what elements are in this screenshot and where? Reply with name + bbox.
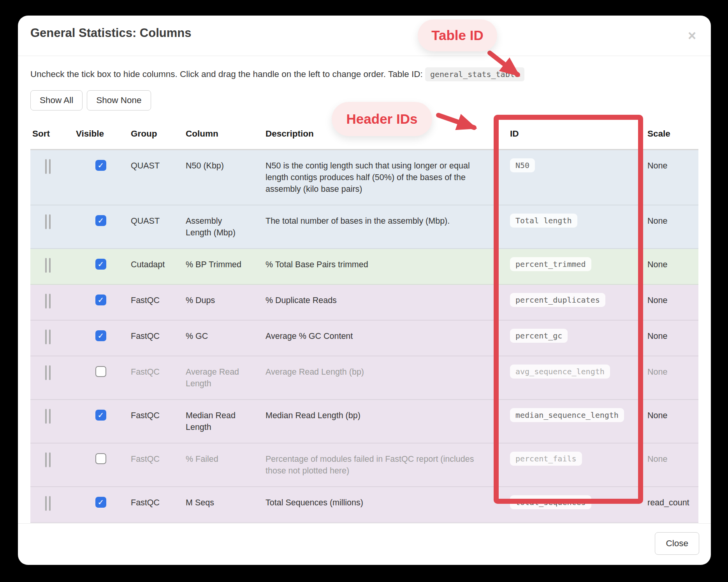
- drag-handle-icon[interactable]: [45, 258, 51, 273]
- description-cell: Median Read Length (bp): [266, 410, 510, 421]
- modal-header: General Statistics: Columns ×: [18, 16, 711, 56]
- drag-handle-icon[interactable]: [45, 496, 51, 511]
- drag-handle-icon[interactable]: [45, 409, 51, 424]
- column-cell: Average Read Length: [186, 366, 266, 389]
- visible-checkbox[interactable]: [95, 366, 106, 377]
- column-cell: Assembly Length (Mbp): [186, 215, 266, 238]
- column-cell: N50 (Kbp): [186, 160, 266, 172]
- column-cell: % Failed: [186, 453, 266, 465]
- drag-handle-icon[interactable]: [45, 452, 51, 467]
- visible-checkbox[interactable]: ✓: [95, 215, 106, 226]
- show-none-button[interactable]: Show None: [87, 90, 151, 110]
- group-cell: QUAST: [131, 215, 186, 227]
- close-button[interactable]: Close: [655, 532, 699, 555]
- description-cell: % Total Base Pairs trimmed: [266, 259, 510, 270]
- id-column-highlight-box: [494, 115, 643, 504]
- group-cell: FastQC: [131, 330, 186, 342]
- group-cell: FastQC: [131, 497, 186, 508]
- scale-cell: None: [647, 160, 698, 172]
- group-cell: FastQC: [131, 453, 186, 465]
- group-cell: QUAST: [131, 160, 186, 172]
- column-header-visible: Visible: [76, 129, 131, 139]
- description-cell: Percentage of modules failed in FastQC r…: [266, 453, 510, 477]
- drag-handle-icon[interactable]: [45, 365, 51, 380]
- visible-checkbox[interactable]: ✓: [95, 497, 106, 508]
- column-header-group: Group: [131, 129, 186, 139]
- header-ids-annotation-pill: Header IDs: [332, 102, 432, 136]
- instructions-label: Uncheck the tick box to hide columns. Cl…: [30, 69, 423, 79]
- drag-handle-icon[interactable]: [45, 330, 51, 344]
- scale-cell: None: [647, 295, 698, 306]
- show-all-button[interactable]: Show All: [30, 90, 83, 110]
- modal-title: General Statistics: Columns: [30, 26, 697, 40]
- modal-footer: Close: [18, 523, 711, 565]
- group-cell: Cutadapt: [131, 259, 186, 270]
- description-cell: Average Read Length (bp): [266, 366, 510, 378]
- column-header-sort: Sort: [30, 129, 76, 139]
- column-cell: M Seqs: [186, 497, 266, 508]
- description-cell: The total number of bases in the assembl…: [266, 215, 510, 227]
- close-icon[interactable]: ×: [688, 29, 696, 43]
- scale-cell: None: [647, 330, 698, 342]
- visible-checkbox[interactable]: ✓: [95, 160, 106, 171]
- scale-cell: read_count: [647, 497, 698, 508]
- column-header-scale: Scale: [647, 129, 698, 139]
- group-cell: FastQC: [131, 295, 186, 306]
- scale-cell: None: [647, 366, 698, 378]
- scale-cell: None: [647, 215, 698, 227]
- drag-handle-icon[interactable]: [45, 294, 51, 309]
- scale-cell: None: [647, 259, 698, 270]
- instructions-text: Uncheck the tick box to hide columns. Cl…: [30, 68, 698, 81]
- description-cell: % Duplicate Reads: [266, 295, 510, 306]
- visible-checkbox[interactable]: [95, 453, 106, 464]
- drag-handle-icon[interactable]: [45, 159, 51, 174]
- table-id-code: general_stats_table: [425, 67, 524, 81]
- visible-checkbox[interactable]: ✓: [95, 410, 106, 421]
- drag-handle-icon[interactable]: [45, 214, 51, 229]
- column-cell: % BP Trimmed: [186, 259, 266, 270]
- column-cell: % GC: [186, 330, 266, 342]
- visible-checkbox[interactable]: ✓: [95, 259, 106, 270]
- group-cell: FastQC: [131, 410, 186, 421]
- group-cell: FastQC: [131, 366, 186, 378]
- column-cell: % Dups: [186, 295, 266, 306]
- scale-cell: None: [647, 410, 698, 421]
- table-id-annotation-pill: Table ID: [418, 19, 497, 51]
- column-header-column: Column: [186, 129, 266, 139]
- column-cell: Median Read Length: [186, 410, 266, 433]
- description-cell: Total Sequences (millions): [266, 497, 510, 508]
- scale-cell: None: [647, 453, 698, 465]
- description-cell: N50 is the contig length such that using…: [266, 160, 510, 195]
- visible-checkbox[interactable]: ✓: [95, 330, 106, 341]
- visible-checkbox[interactable]: ✓: [95, 295, 106, 305]
- description-cell: Average % GC Content: [266, 330, 510, 342]
